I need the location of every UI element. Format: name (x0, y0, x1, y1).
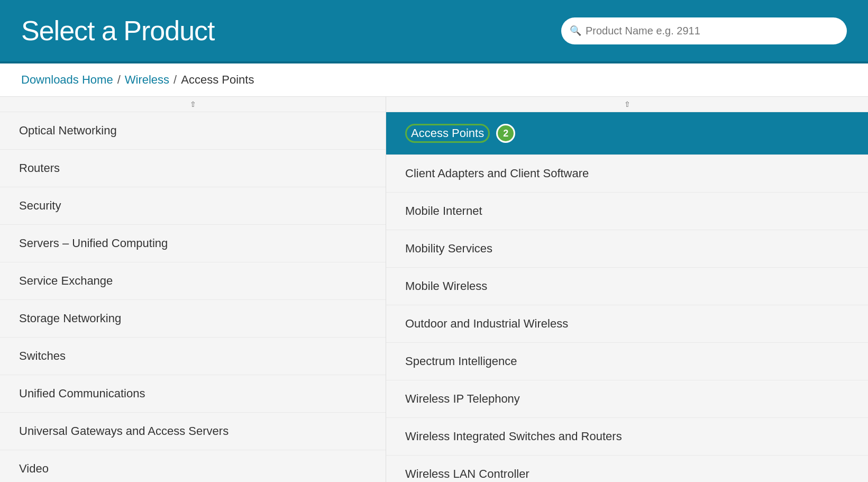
page-title: Select a Product (21, 15, 215, 47)
left-panel-item-label: Unified Communications (19, 387, 145, 401)
left-panel-item[interactable]: Switches (0, 338, 386, 375)
right-panel: ⇧ Access Points2Client Adapters and Clie… (386, 97, 868, 482)
left-panel-item-label: Video (19, 462, 49, 476)
scroll-up-indicator[interactable]: ⇧ (0, 97, 386, 112)
right-panel-item-label: Access Points (411, 126, 484, 140)
breadcrumb-sep-1: / (117, 73, 121, 87)
left-panel-item-label: Security (19, 199, 61, 213)
breadcrumb-sep-2: / (173, 73, 177, 87)
active-circle-highlight: Access Points (405, 124, 490, 143)
left-panel-item[interactable]: Storage Networking (0, 300, 386, 338)
right-panel-item-label: Wireless IP Telephony (405, 392, 520, 406)
right-panel-item[interactable]: Spectrum Intelligence (386, 343, 868, 380)
left-panel-item[interactable]: Security (0, 187, 386, 225)
badge-number: 2 (496, 124, 515, 143)
right-panel-item-label: Outdoor and Industrial Wireless (405, 317, 568, 331)
right-panel-item[interactable]: Wireless Integrated Switches and Routers (386, 418, 868, 456)
left-panel-item-label: Universal Gateways and Access Servers (19, 424, 229, 438)
page-header: Select a Product 🔍 (0, 0, 868, 63)
right-panel-item[interactable]: Client Adapters and Client Software (386, 155, 868, 193)
breadcrumb: Downloads Home / Wireless / Access Point… (0, 63, 868, 97)
left-panel: ⇧ Optical NetworkingRoutersSecurityServe… (0, 97, 386, 482)
search-icon: 🔍 (570, 25, 581, 37)
right-panel-item-label: Spectrum Intelligence (405, 354, 517, 368)
search-input[interactable] (561, 17, 847, 44)
breadcrumb-category[interactable]: Wireless (125, 73, 169, 87)
left-panel-item[interactable]: Optical Networking (0, 112, 386, 150)
breadcrumb-home[interactable]: Downloads Home (21, 73, 113, 87)
search-container: 🔍 (561, 17, 847, 44)
right-panel-item[interactable]: Outdoor and Industrial Wireless (386, 305, 868, 343)
left-panel-item[interactable]: Servers – Unified Computing (0, 225, 386, 262)
left-panel-item[interactable]: Video (0, 450, 386, 482)
right-panel-item-label: Wireless Integrated Switches and Routers (405, 430, 622, 443)
right-panel-item-label: Mobile Internet (405, 204, 482, 218)
left-panel-item-label: Optical Networking (19, 124, 117, 138)
left-panel-item-label: Switches (19, 349, 66, 363)
right-panel-item-label: Mobility Services (405, 242, 492, 256)
breadcrumb-current: Access Points (181, 73, 254, 87)
right-scroll-up-indicator[interactable]: ⇧ (386, 97, 868, 112)
right-panel-item[interactable]: Access Points2 (386, 112, 868, 155)
right-panel-item[interactable]: Mobile Internet (386, 193, 868, 230)
left-panel-item-label: Service Exchange (19, 274, 113, 288)
left-panel-item[interactable]: Routers (0, 150, 386, 187)
left-panel-item-label: Routers (19, 161, 60, 175)
left-panel-item[interactable]: Service Exchange (0, 262, 386, 300)
main-content: ⇧ Optical NetworkingRoutersSecurityServe… (0, 97, 868, 482)
right-panel-item[interactable]: Mobile Wireless (386, 268, 868, 305)
right-panel-item-label: Client Adapters and Client Software (405, 167, 589, 180)
left-panel-item-label: Storage Networking (19, 312, 121, 325)
right-panel-item-label: Wireless LAN Controller (405, 467, 529, 481)
left-panel-item[interactable]: Unified Communications (0, 375, 386, 413)
left-panel-item-label: Servers – Unified Computing (19, 237, 168, 250)
right-panel-item-label: Mobile Wireless (405, 279, 487, 293)
right-panel-item[interactable]: Mobility Services (386, 230, 868, 268)
right-panel-item[interactable]: Wireless LAN Controller (386, 456, 868, 482)
left-panel-item[interactable]: Universal Gateways and Access Servers (0, 413, 386, 450)
right-panel-item[interactable]: Wireless IP Telephony (386, 380, 868, 418)
